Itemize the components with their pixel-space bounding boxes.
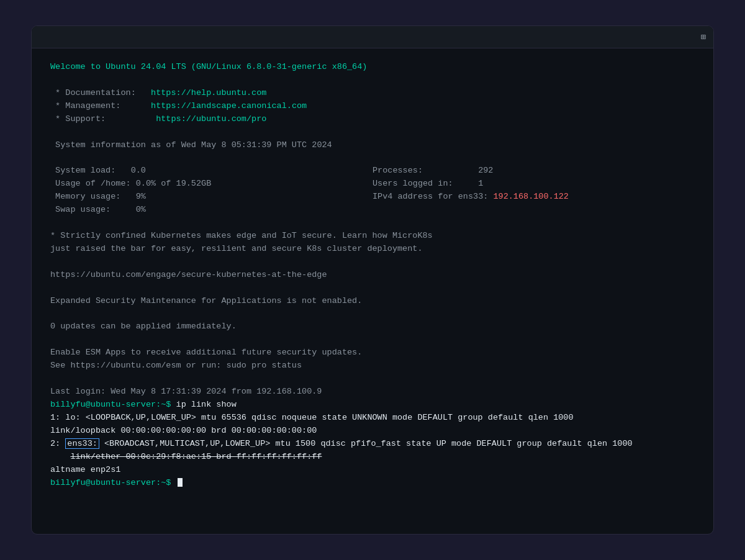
lo-text-1: 1: lo: <LOOPBACK,UP,LOWER_UP> mtu 65536 … — [50, 413, 574, 422]
terminal-window: ⊞ Welcome to Ubuntu 24.04 LTS (GNU/Linux… — [31, 25, 714, 535]
spacer-9 — [50, 373, 695, 386]
ens33-altname: altname enp2s1 — [50, 465, 120, 474]
esm-line-2: See https://ubuntu.com/esm or run: sudo … — [50, 359, 695, 373]
spacer-7 — [50, 308, 695, 321]
ens33-rest: <BROADCAST,MULTICAST,UP,LOWER_UP> mtu 15… — [99, 439, 633, 448]
stats-row-2: Usage of /home: 0.0% of 19.52GB Users lo… — [50, 178, 695, 191]
ens33-line-2: link/ether 00:0c:29:f8:ae:15 brd ff:ff:f… — [50, 451, 695, 464]
ens33-prefix: 2: — [50, 439, 65, 448]
mgmt-line: * Management: https://landscape.canonica… — [50, 100, 695, 113]
ens33-line-3: altname enp2s1 — [50, 464, 695, 477]
last-login-text: Last login: Wed May 8 17:31:39 2024 from… — [50, 387, 322, 396]
lo-line-2: link/loopback 00:00:00:00:00:00 brd 00:0… — [50, 425, 695, 438]
stat-ipv4: IPv4 address for ens33: 192.168.100.122 — [372, 191, 695, 204]
security-notice: Expanded Security Maintenance for Applic… — [50, 295, 695, 308]
stats-row-3: Memory usage: 9% IPv4 address for ens33:… — [50, 191, 695, 204]
stats-row-1: System load: 0.0 Processes: 292 — [50, 165, 695, 178]
security-text: Expanded Security Maintenance for Applic… — [50, 296, 362, 305]
ens33-line-1: 2: ens33: <BROADCAST,MULTICAST,UP,LOWER_… — [50, 438, 695, 451]
spacer-3 — [50, 151, 695, 165]
welcome-line: Welcome to Ubuntu 24.04 LTS (GNU/Linux 6… — [50, 61, 695, 74]
k8s-notice-2: just raised the bar for easy, resilient … — [50, 243, 695, 256]
k8s-text-2: just raised the bar for easy, resilient … — [50, 244, 423, 253]
stat-users: Users logged in: 1 — [372, 178, 695, 191]
prompt-line-2: billyfu@ubuntu-server:~$ — [50, 477, 695, 490]
last-login-line: Last login: Wed May 8 17:31:39 2024 from… — [50, 386, 695, 399]
docs-url: https://help.ubuntu.com — [151, 88, 266, 97]
command-1: ip link show — [171, 400, 236, 409]
stats-row-4: Swap usage: 0% — [50, 204, 695, 217]
support-url: https://ubuntu.com/pro — [156, 114, 266, 124]
spacer-1 — [50, 74, 695, 87]
mgmt-label: * Management: — [55, 101, 120, 111]
command-line-1: billyfu@ubuntu-server:~$ ip link show — [50, 399, 695, 412]
esm-line-1: Enable ESM Apps to receive additional fu… — [50, 346, 695, 359]
stat-sysload: System load: 0.0 — [50, 165, 372, 178]
k8s-text-1: * Strictly confined Kubernetes makes edg… — [50, 231, 433, 240]
updates-notice: 0 updates can be applied immediately. — [50, 320, 695, 333]
terminal-body[interactable]: Welcome to Ubuntu 24.04 LTS (GNU/Linux 6… — [32, 48, 713, 534]
ens33-mac: link/ether 00:0c:29:f8:ae:15 brd ff:ff:f… — [70, 452, 322, 461]
lo-line-1: 1: lo: <LOOPBACK,UP,LOWER_UP> mtu 65536 … — [50, 412, 695, 425]
esm-text-2: See https://ubuntu.com/esm or run: sudo … — [50, 361, 302, 370]
lo-text-2: link/loopback 00:00:00:00:00:00 brd 00:0… — [50, 426, 317, 435]
k8s-link-text: https://ubuntu.com/engage/secure-kuberne… — [50, 270, 327, 279]
stat-processes: Processes: 292 — [372, 165, 695, 178]
mgmt-url: https://landscape.canonical.com — [151, 101, 307, 111]
stat-usage: Usage of /home: 0.0% of 19.52GB — [50, 178, 372, 191]
spacer-4 — [50, 217, 695, 230]
stat-memory: Memory usage: 9% — [50, 191, 372, 204]
spacer-5 — [50, 256, 695, 269]
sysinfo-header: System information as of Wed May 8 05:31… — [50, 139, 695, 152]
prompt-1: billyfu@ubuntu-server:~$ — [50, 400, 171, 409]
updates-text: 0 updates can be applied immediately. — [50, 322, 237, 331]
cursor — [178, 478, 183, 487]
terminal-icon: ⊞ — [701, 32, 706, 42]
spacer-8 — [50, 333, 695, 346]
k8s-notice-1: * Strictly confined Kubernetes makes edg… — [50, 230, 695, 243]
support-label: * Support: — [55, 114, 106, 124]
sysinfo-text: System information as of Wed May 8 05:31… — [55, 140, 332, 150]
title-bar: ⊞ — [32, 26, 713, 48]
welcome-text: Welcome to Ubuntu 24.04 LTS (GNU/Linux 6… — [50, 62, 367, 71]
docs-line: * Documentation: https://help.ubuntu.com — [50, 87, 695, 100]
spacer-2 — [50, 126, 695, 139]
esm-text-1: Enable ESM Apps to receive additional fu… — [50, 348, 362, 357]
ens33-iface-highlight: ens33: — [65, 438, 99, 449]
stat-swap: Swap usage: 0% — [50, 204, 372, 217]
support-line: * Support: https://ubuntu.com/pro — [50, 113, 695, 126]
spacer-6 — [50, 282, 695, 295]
k8s-link-line: https://ubuntu.com/engage/secure-kuberne… — [50, 269, 695, 282]
prompt-2: billyfu@ubuntu-server:~$ — [50, 478, 171, 487]
docs-label: * Documentation: — [55, 88, 136, 97]
